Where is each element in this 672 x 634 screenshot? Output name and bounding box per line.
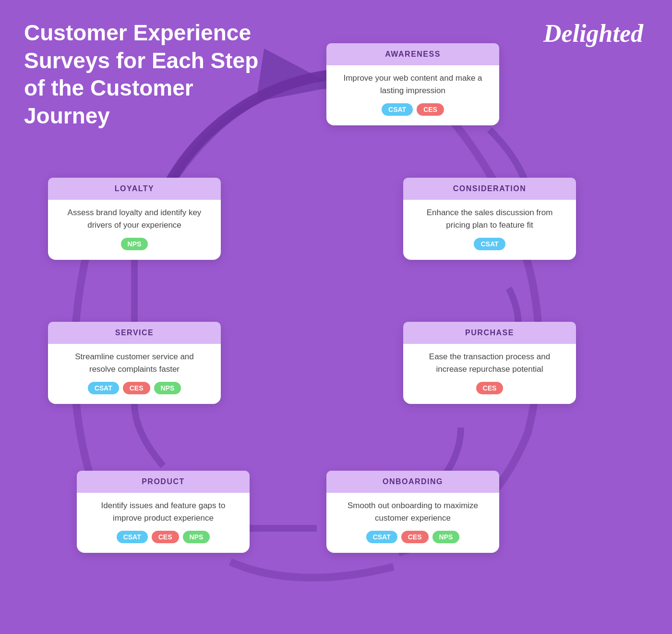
card-service-header: SERVICE	[48, 322, 221, 344]
badge-nps: NPS	[432, 531, 460, 543]
badge-csat: CSAT	[366, 531, 397, 543]
card-consideration-badges: CSAT	[417, 238, 563, 250]
badge-csat: CSAT	[117, 531, 148, 543]
badge-ces: CES	[476, 382, 504, 394]
card-consideration-body: Enhance the sales discussion from pricin…	[417, 207, 563, 231]
card-product-body: Identify issues and feature gaps to impr…	[90, 500, 236, 524]
badge-nps: NPS	[183, 531, 210, 543]
card-product: PRODUCT Identify issues and feature gaps…	[77, 471, 250, 553]
card-loyalty-badges: NPS	[61, 238, 207, 250]
card-loyalty-body: Assess brand loyalty and identify key dr…	[61, 207, 207, 231]
card-product-badges: CSAT CES NPS	[90, 531, 236, 543]
card-onboarding-header: ONBOARDING	[326, 471, 499, 493]
badge-csat: CSAT	[474, 238, 505, 250]
card-purchase-header: PURCHASE	[403, 322, 576, 344]
card-awareness-header: AWARENESS	[326, 43, 499, 65]
card-service-badges: CSAT CES NPS	[61, 382, 207, 394]
badge-nps: NPS	[121, 238, 148, 250]
card-awareness-body: Improve your web content and make a last…	[340, 72, 486, 97]
card-onboarding-body: Smooth out onboarding to maximize custom…	[340, 500, 486, 524]
logo: Delighted	[543, 19, 643, 48]
card-purchase-badges: CES	[417, 382, 563, 394]
badge-csat: CSAT	[88, 382, 119, 394]
card-awareness-badges: CSAT CES	[340, 103, 486, 116]
card-awareness: AWARENESS Improve your web content and m…	[326, 43, 499, 125]
card-onboarding: ONBOARDING Smooth out onboarding to maxi…	[326, 471, 499, 553]
badge-ces: CES	[123, 382, 150, 394]
card-service: SERVICE Streamline customer service and …	[48, 322, 221, 404]
card-product-header: PRODUCT	[77, 471, 250, 493]
badge-csat: CSAT	[382, 103, 413, 116]
badge-ces: CES	[401, 531, 429, 543]
card-service-body: Streamline customer service and resolve …	[61, 351, 207, 375]
card-consideration-header: CONSIDERATION	[403, 178, 576, 200]
badge-nps: NPS	[154, 382, 181, 394]
page-title: Customer Experience Surveys for Each Ste…	[24, 19, 264, 130]
card-loyalty-header: LOYALTY	[48, 178, 221, 200]
badge-ces: CES	[152, 531, 179, 543]
card-loyalty: LOYALTY Assess brand loyalty and identif…	[48, 178, 221, 260]
card-consideration: CONSIDERATION Enhance the sales discussi…	[403, 178, 576, 260]
card-onboarding-badges: CSAT CES NPS	[340, 531, 486, 543]
badge-ces: CES	[417, 103, 444, 116]
card-purchase-body: Ease the transaction process and increas…	[417, 351, 563, 375]
card-purchase: PURCHASE Ease the transaction process an…	[403, 322, 576, 404]
